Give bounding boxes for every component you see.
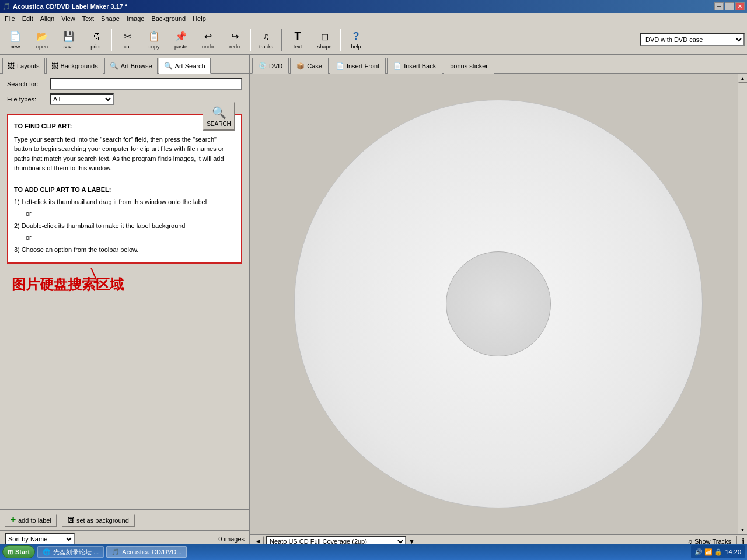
svg-line-0	[79, 268, 96, 280]
shape-button[interactable]: ◻ shape	[312, 27, 337, 52]
search-panel: Search for: File types: All JPG PNG BMP …	[0, 74, 249, 110]
copy-button[interactable]: 📋 copy	[141, 27, 167, 52]
close-button[interactable]: ✕	[735, 2, 745, 10]
menu-file[interactable]: File	[1, 14, 19, 23]
tab-case[interactable]: 📦 Case	[290, 58, 329, 74]
tracks-button[interactable]: ♫ tracks	[253, 27, 279, 52]
scrollbar-right[interactable]: ▲ ▼	[738, 74, 747, 534]
taskbar-item-forum[interactable]: 🌐 光盘刻录论坛 ...	[37, 546, 104, 558]
left-panel: 🖼 Layouts 🖼 Backgrounds 🔍 Art Browse 🔍 A…	[0, 55, 250, 547]
tracks-icon: ♫	[259, 30, 273, 44]
cut-button[interactable]: ✂ cut	[114, 27, 140, 52]
taskbar-tray: 🔊 📶 🔒 14:20	[691, 545, 745, 558]
tab-dvd[interactable]: 💿 DVD	[252, 58, 289, 74]
set-background-label: set as background	[76, 517, 129, 524]
title-bar-controls: ─ □ ✕	[714, 2, 745, 10]
title-bar: 🎵 Acoustica CD/DVD Label Maker 3.17 * ─ …	[0, 0, 747, 13]
background-icon: 🖼	[68, 517, 74, 524]
tab-art-browse-label: Art Browse	[121, 62, 152, 69]
redo-button[interactable]: ↪ redo	[222, 27, 247, 52]
file-types-select[interactable]: All JPG PNG BMP GIF	[50, 93, 114, 105]
info-para1: Type your search text into the "search f…	[14, 135, 235, 173]
redo-icon: ↪	[228, 30, 242, 44]
search-button-icon: 🔍	[212, 106, 226, 120]
tab-insert-front[interactable]: 📄 Insert Front	[330, 58, 386, 74]
open-icon: 📂	[35, 30, 49, 44]
insert-back-tab-label: Insert Back	[404, 62, 436, 69]
taskbar-items: 🌐 光盘刻录论坛 ... 🎵 Acoustica CD/DVD...	[37, 546, 689, 558]
print-icon: 🖨	[89, 30, 103, 44]
print-button[interactable]: 🖨 print	[83, 27, 109, 52]
tab-insert-back[interactable]: 📄 Insert Back	[387, 58, 442, 74]
add-icon: ✚	[11, 516, 16, 524]
tab-layouts[interactable]: 🖼 Layouts	[2, 58, 45, 74]
title-bar-text: Acoustica CD/DVD Label Maker 3.17 *	[13, 3, 127, 10]
new-button[interactable]: 📄 new	[2, 27, 28, 52]
scroll-down-button[interactable]: ▼	[738, 525, 748, 534]
copy-icon: 📋	[147, 30, 161, 44]
image-count: 0 images	[218, 536, 245, 542]
canvas-area: ▲ ▼	[250, 74, 747, 534]
menu-text[interactable]: Text	[79, 14, 97, 23]
menu-shape[interactable]: Shape	[97, 14, 123, 23]
case-tab-label: Case	[307, 62, 322, 69]
new-label: new	[11, 44, 20, 50]
tab-art-search-label: Art Search	[175, 62, 205, 69]
text-button[interactable]: T text	[285, 27, 310, 52]
tab-bonus-sticker[interactable]: bonus sticker	[444, 58, 494, 74]
tab-layouts-label: Layouts	[17, 62, 40, 69]
tab-backgrounds[interactable]: 🖼 Backgrounds	[46, 58, 103, 74]
insert-front-tab-icon: 📄	[336, 62, 344, 70]
case-tab-icon: 📦	[296, 62, 305, 70]
dvd-tab-icon: 💿	[259, 62, 267, 69]
save-icon: 💾	[62, 30, 76, 44]
app-icon: 🎵	[2, 3, 11, 10]
add-to-label-label: add to label	[18, 517, 51, 524]
menu-help[interactable]: Help	[189, 14, 210, 23]
text-label: text	[294, 44, 302, 50]
scroll-up-button[interactable]: ▲	[738, 74, 748, 83]
menu-image[interactable]: Image	[123, 14, 148, 23]
search-input[interactable]	[50, 78, 242, 90]
insert-back-tab-icon: 📄	[393, 62, 402, 70]
menu-align[interactable]: Align	[37, 14, 58, 23]
taskbar-clock: 14:20	[725, 548, 741, 555]
toolbar-separator-1	[111, 29, 112, 51]
art-search-icon: 🔍	[164, 62, 173, 70]
add-to-label-button[interactable]: ✚ add to label	[5, 513, 57, 527]
paste-button[interactable]: 📌 paste	[168, 27, 194, 52]
menu-background[interactable]: Background	[148, 14, 189, 23]
help-icon: ?	[349, 30, 363, 44]
layout-dropdown[interactable]: DVD with DVD case CD Standard CD Full Co…	[640, 33, 745, 46]
print-label: print	[90, 44, 101, 50]
disc-inner	[446, 251, 551, 356]
tab-art-search[interactable]: 🔍 Art Search	[159, 58, 211, 74]
paste-label: paste	[174, 44, 187, 50]
main-area: 🖼 Layouts 🖼 Backgrounds 🔍 Art Browse 🔍 A…	[0, 55, 747, 547]
backgrounds-icon: 🖼	[51, 62, 58, 70]
menu-edit[interactable]: Edit	[19, 14, 37, 23]
tab-backgrounds-label: Backgrounds	[61, 62, 98, 69]
menu-view[interactable]: View	[58, 14, 79, 23]
save-button[interactable]: 💾 save	[56, 27, 82, 52]
search-for-row: Search for:	[7, 78, 242, 90]
undo-icon: ↩	[201, 30, 215, 44]
file-types-label: File types:	[7, 96, 45, 103]
forum-label: 光盘刻录论坛 ...	[53, 548, 99, 556]
minimize-button[interactable]: ─	[714, 2, 724, 10]
tab-art-browse[interactable]: 🔍 Art Browse	[104, 58, 158, 74]
toolbar-separator-2	[250, 29, 251, 51]
help-button[interactable]: ? help	[343, 27, 369, 52]
sort-select[interactable]: Sort by Name Sort by Date	[5, 533, 75, 545]
open-button[interactable]: 📂 open	[29, 27, 55, 52]
taskbar-item-acoustica[interactable]: 🎵 Acoustica CD/DVD...	[106, 546, 187, 558]
disc-container	[294, 100, 703, 508]
search-button[interactable]: 🔍 SEARCH	[203, 102, 235, 131]
info-step2: 2) Double-click its thumbnail to make it…	[14, 221, 235, 231]
maximize-button[interactable]: □	[725, 2, 734, 10]
start-button[interactable]: ⊞ Start	[2, 545, 35, 558]
insert-front-tab-label: Insert Front	[347, 62, 379, 69]
paste-icon: 📌	[174, 30, 188, 44]
set-as-background-button[interactable]: 🖼 set as background	[62, 514, 135, 527]
undo-button[interactable]: ↩ undo	[195, 27, 221, 52]
